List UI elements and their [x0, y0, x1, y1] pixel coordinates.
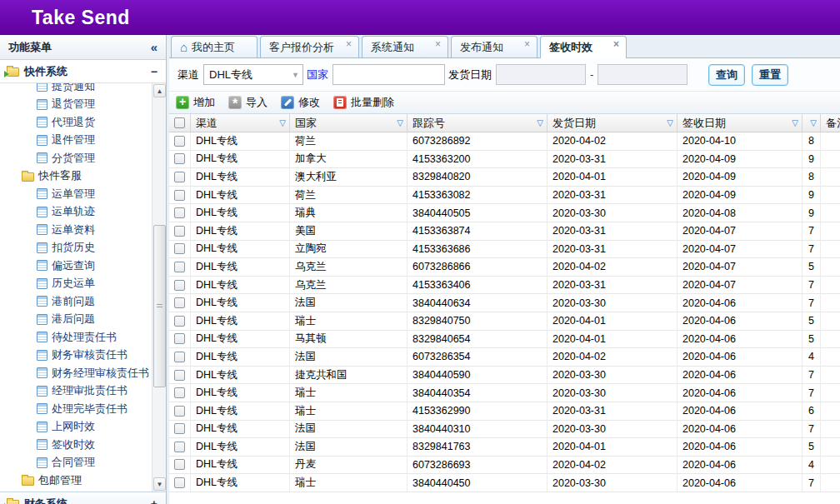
expand-section-icon[interactable]: +: [151, 497, 158, 504]
table-row[interactable]: DHL专线瑞士38404404502020-03-302020-04-067: [169, 474, 840, 492]
row-checkbox[interactable]: [174, 262, 185, 272]
row-checkbox[interactable]: [174, 153, 185, 164]
row-checkbox[interactable]: [174, 226, 185, 237]
tab-我的主页[interactable]: ⌂我的主页: [171, 36, 258, 57]
sidebar-item-运单轨迹[interactable]: 运单轨迹: [0, 203, 152, 222]
table-row[interactable]: DHL专线乌克兰41533634062020-03-312020-04-077: [169, 277, 840, 295]
table-row[interactable]: DHL专线法国60732863542020-04-022020-04-064: [169, 348, 840, 367]
tab-发布通知[interactable]: 发布通知×: [451, 36, 538, 57]
sidebar-item-运单管理[interactable]: 运单管理: [0, 185, 152, 203]
search-button[interactable]: 查询: [708, 64, 745, 86]
table-row[interactable]: DHL专线法国38404403102020-03-302020-04-067: [169, 421, 840, 439]
column-header-备注[interactable]: 备注: [821, 114, 840, 132]
sidebar-item-退货管理[interactable]: 退货管理: [0, 96, 152, 114]
column-header-国家[interactable]: 国家▽: [290, 114, 408, 132]
collapse-section-icon[interactable]: −: [151, 65, 158, 78]
table-row[interactable]: DHL专线澳大利亚83298408202020-04-012020-04-098: [169, 168, 840, 187]
close-icon[interactable]: ×: [613, 39, 619, 49]
table-row[interactable]: DHL专线加拿大41533632002020-03-312020-04-099: [169, 151, 840, 169]
tab-客户报价分析[interactable]: 客户报价分析×: [260, 36, 359, 57]
sidebar-item-运单资料[interactable]: 运单资料: [0, 221, 152, 239]
date-to-input[interactable]: [598, 64, 688, 85]
sidebar-item-偏远查询[interactable]: 偏远查询: [0, 257, 152, 275]
sidebar-section-express-system[interactable]: 快件系统 −: [0, 60, 166, 83]
row-checkbox[interactable]: [174, 459, 185, 470]
close-icon[interactable]: ×: [346, 39, 352, 49]
toolbar-button-导入[interactable]: 导入: [228, 95, 268, 110]
sidebar-item-待处理责任书[interactable]: 待处理责任书: [0, 328, 152, 347]
sidebar-folder-包邮管理[interactable]: 包邮管理: [0, 472, 152, 490]
sidebar-item-退件管理[interactable]: 退件管理: [0, 132, 152, 150]
row-checkbox[interactable]: [174, 477, 185, 488]
sidebar-item-历史运单[interactable]: 历史运单: [0, 275, 152, 293]
row-checkbox[interactable]: [174, 316, 185, 327]
select-all-checkbox[interactable]: [174, 117, 185, 128]
filter-icon[interactable]: ▽: [537, 118, 543, 127]
sidebar-collapse-icon[interactable]: «: [151, 40, 158, 54]
filter-icon[interactable]: ▽: [667, 118, 673, 127]
row-checkbox[interactable]: [174, 406, 185, 417]
table-row[interactable]: DHL专线瑞典38404405052020-03-302020-04-089: [169, 204, 840, 222]
sidebar-item-财务经理审核责任书[interactable]: 财务经理审核责任书: [0, 364, 152, 382]
row-checkbox[interactable]: [174, 387, 185, 398]
column-header-days[interactable]: ▽: [802, 114, 821, 132]
toolbar-button-修改[interactable]: 修改: [281, 95, 320, 110]
column-header-发货日期[interactable]: 发货日期▽: [548, 114, 678, 132]
table-row[interactable]: DHL专线丹麦60732866932020-04-022020-04-064: [169, 457, 840, 475]
close-icon[interactable]: ×: [524, 39, 530, 49]
sidebar-item-处理完毕责任书[interactable]: 处理完毕责任书: [0, 400, 152, 418]
table-row[interactable]: DHL专线法国83298417632020-04-012020-04-065: [169, 438, 840, 457]
table-row[interactable]: DHL专线瑞士83298407502020-04-012020-04-065: [169, 312, 840, 331]
sidebar-folder-快件客服[interactable]: 快件客服: [0, 167, 152, 186]
sidebar-item-提货通知[interactable]: 提货通知: [0, 83, 152, 96]
table-row[interactable]: DHL专线法国38404406342020-03-302020-04-067: [169, 294, 840, 312]
row-checkbox[interactable]: [174, 423, 185, 434]
sidebar-item-分货管理[interactable]: 分货管理: [0, 149, 152, 167]
row-checkbox[interactable]: [174, 442, 185, 452]
scrollbar-thumb[interactable]: [153, 225, 166, 387]
sidebar-scrollbar[interactable]: ▲ ▼: [152, 83, 166, 492]
sidebar-item-港前问题[interactable]: 港前问题: [0, 292, 152, 311]
row-checkbox[interactable]: [174, 136, 185, 147]
close-icon[interactable]: ×: [435, 39, 441, 49]
sidebar-item-签收时效[interactable]: 签收时效: [0, 436, 152, 454]
row-checkbox[interactable]: [174, 370, 185, 381]
row-checkbox[interactable]: [174, 172, 185, 182]
scroll-up-icon[interactable]: ▲: [153, 84, 166, 97]
column-header-跟踪号[interactable]: 跟踪号▽: [408, 114, 548, 132]
sidebar-item-港后问题[interactable]: 港后问题: [0, 311, 152, 329]
row-checkbox[interactable]: [174, 333, 185, 344]
sidebar-item-合同管理[interactable]: 合同管理: [0, 454, 152, 472]
tab-系统通知[interactable]: 系统通知×: [362, 36, 448, 57]
filter-icon[interactable]: ▽: [397, 118, 403, 127]
date-from-input[interactable]: [496, 64, 586, 85]
sidebar-item-代理退货[interactable]: 代理退货: [0, 113, 152, 132]
row-checkbox[interactable]: [174, 352, 185, 362]
toolbar-button-批量删除[interactable]: 批量删除: [333, 95, 394, 110]
table-row[interactable]: DHL专线荷兰60732868922020-04-022020-04-108: [169, 132, 840, 151]
table-row[interactable]: DHL专线乌克兰60732868662020-04-022020-04-075: [169, 258, 840, 277]
scroll-down-icon[interactable]: ▼: [153, 477, 166, 491]
row-checkbox[interactable]: [174, 190, 185, 201]
tab-签收时效[interactable]: 签收时效×: [540, 36, 627, 58]
sidebar-section-finance-system[interactable]: 财务系统 +: [0, 492, 166, 504]
country-input[interactable]: [332, 64, 445, 85]
filter-icon[interactable]: ▽: [792, 118, 798, 127]
table-row[interactable]: DHL专线瑞士41533629902020-03-312020-04-066: [169, 402, 840, 421]
column-header-签收日期[interactable]: 签收日期▽: [678, 114, 802, 132]
sidebar-item-财务审核责任书[interactable]: 财务审核责任书: [0, 347, 152, 365]
column-header-渠道[interactable]: 渠道▽: [191, 114, 290, 132]
channel-select[interactable]: DHL专线 ▼: [203, 64, 303, 85]
row-checkbox[interactable]: [174, 280, 185, 291]
reset-button[interactable]: 重置: [752, 64, 788, 86]
table-row[interactable]: DHL专线捷克共和国38404405902020-03-302020-04-06…: [169, 367, 840, 385]
table-row[interactable]: DHL专线马其顿83298406542020-04-012020-04-065: [169, 331, 840, 349]
filter-icon[interactable]: ▽: [810, 118, 817, 127]
table-row[interactable]: DHL专线荷兰41533630822020-03-312020-04-099: [169, 187, 840, 205]
row-checkbox[interactable]: [174, 243, 185, 254]
table-row[interactable]: DHL专线瑞士38404403542020-03-302020-04-067: [169, 384, 840, 402]
table-row[interactable]: DHL专线美国41533638742020-03-312020-04-077: [169, 222, 840, 241]
sidebar-item-扣货历史[interactable]: 扣货历史: [0, 239, 152, 257]
row-checkbox[interactable]: [174, 297, 185, 308]
table-row[interactable]: DHL专线立陶宛41533636862020-03-312020-04-077: [169, 241, 840, 259]
